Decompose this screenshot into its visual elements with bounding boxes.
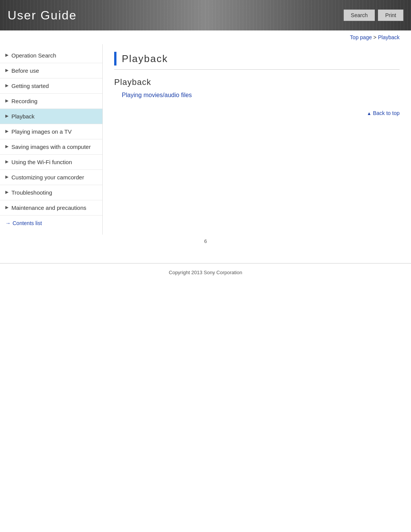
sidebar-item-label: Saving images with a computer [11, 143, 97, 151]
contents-list-label: Contents list [13, 220, 42, 226]
sidebar-item-label: Operation Search [11, 51, 97, 59]
sidebar-item-saving-images[interactable]: ▶Saving images with a computer [0, 139, 102, 155]
copyright-text: Copyright 2013 Sony Corporation [169, 270, 242, 275]
sidebar-item-recording[interactable]: ▶Recording [0, 94, 102, 109]
sidebar-item-maintenance[interactable]: ▶Maintenance and precautions [0, 200, 102, 216]
sidebar-item-label: Maintenance and precautions [11, 204, 97, 212]
page-title: Playback [122, 53, 168, 65]
contents-arrow-icon: → [5, 220, 11, 226]
sidebar-item-label: Recording [11, 97, 97, 105]
sidebar-item-getting-started[interactable]: ▶Getting started [0, 78, 102, 94]
section-title: Playback [114, 77, 400, 87]
sidebar-arrow-icon: ▶ [5, 129, 8, 134]
header-actions: Search Print [344, 10, 403, 21]
contents-list-link[interactable]: → Contents list [5, 220, 42, 226]
heading-bar-decoration [114, 52, 116, 66]
page-footer: Copyright 2013 Sony Corporation [0, 263, 411, 281]
back-to-top-label: Back to top [373, 110, 400, 116]
sidebar-item-label: Playback [11, 112, 97, 120]
sidebar-arrow-icon: ▶ [5, 53, 8, 58]
sidebar-item-label: Getting started [11, 82, 97, 90]
page-heading: Playback [114, 52, 400, 70]
search-button[interactable]: Search [344, 10, 375, 21]
sidebar-item-label: Using the Wi-Fi function [11, 158, 97, 166]
main-content: Playback Playback Playing movies/audio f… [103, 44, 411, 235]
back-to-top-icon: ▲ [367, 111, 371, 116]
sidebar-item-before-use[interactable]: ▶Before use [0, 63, 102, 78]
sidebar-item-playback[interactable]: ▶Playback [0, 109, 102, 124]
sidebar-item-troubleshooting[interactable]: ▶Troubleshooting [0, 185, 102, 200]
sidebar-arrow-icon: ▶ [5, 159, 8, 164]
sidebar-arrow-icon: ▶ [5, 190, 8, 195]
sidebar-item-wifi[interactable]: ▶Using the Wi-Fi function [0, 155, 102, 170]
breadcrumb-top-link[interactable]: Top page [350, 34, 372, 40]
sidebar-item-operation-search[interactable]: ▶Operation Search [0, 48, 102, 63]
sidebar-arrow-icon: ▶ [5, 83, 8, 88]
breadcrumb: Top page > Playback [0, 30, 411, 44]
sidebar-item-playing-images-tv[interactable]: ▶Playing images on a TV [0, 124, 102, 139]
sidebar-arrow-icon: ▶ [5, 174, 8, 179]
page-layout: ▶Operation Search▶Before use▶Getting sta… [0, 44, 411, 235]
sidebar-item-label: Troubleshooting [11, 189, 97, 197]
print-button[interactable]: Print [378, 10, 403, 21]
sidebar: ▶Operation Search▶Before use▶Getting sta… [0, 44, 103, 235]
header: User Guide Search Print [0, 0, 411, 30]
breadcrumb-separator: > [372, 34, 378, 40]
sidebar-arrow-icon: ▶ [5, 68, 8, 73]
sidebar-item-label: Before use [11, 67, 97, 75]
sidebar-footer: → Contents list [0, 216, 102, 231]
sidebar-arrow-icon: ▶ [5, 113, 8, 118]
page-number: 6 [0, 235, 411, 248]
site-title: User Guide [8, 8, 77, 22]
sidebar-arrow-icon: ▶ [5, 205, 8, 210]
sidebar-arrow-icon: ▶ [5, 144, 8, 149]
playing-movies-link[interactable]: Playing movies/audio files [122, 92, 400, 99]
sidebar-item-label: Customizing your camcorder [11, 173, 97, 181]
sidebar-item-label: Playing images on a TV [11, 128, 97, 136]
sidebar-item-customizing[interactable]: ▶Customizing your camcorder [0, 170, 102, 185]
breadcrumb-current[interactable]: Playback [378, 34, 400, 40]
back-to-top[interactable]: ▲Back to top [114, 110, 400, 116]
sidebar-arrow-icon: ▶ [5, 98, 8, 103]
